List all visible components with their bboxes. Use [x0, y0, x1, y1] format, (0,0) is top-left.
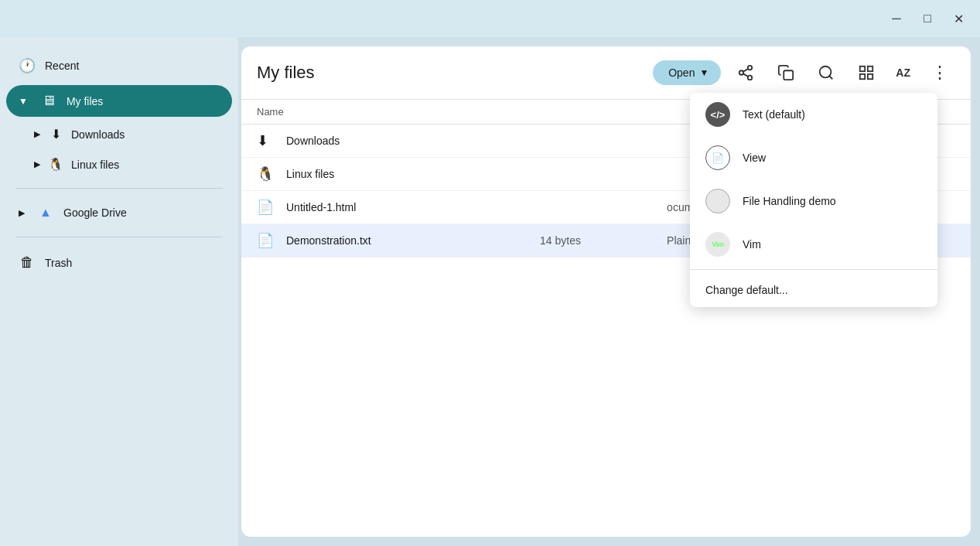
- sidebar-label-downloads: Downloads: [71, 128, 125, 141]
- more-button[interactable]: ⋮: [924, 57, 955, 88]
- header-name: Name: [257, 106, 521, 118]
- grid-button[interactable]: [851, 57, 882, 88]
- svg-line-4: [743, 69, 748, 72]
- sidebar-item-recent[interactable]: 🕐 Recent: [6, 49, 232, 82]
- file-name: Untitled-1.html: [286, 201, 540, 213]
- sort-button[interactable]: AZ: [891, 57, 915, 88]
- svg-rect-9: [868, 67, 872, 71]
- change-default-label: Change default...: [705, 284, 788, 296]
- linuxfiles-icon: 🐧: [48, 157, 63, 172]
- html-file-icon: 📄: [257, 199, 278, 216]
- divider-1: [15, 188, 223, 189]
- sidebar: 🕐 Recent ▼ 🖥 My files ▶ ⬇ Downloads ▶ 🐧 …: [0, 37, 238, 546]
- text-default-icon: </>: [705, 102, 730, 127]
- search-button[interactable]: [811, 57, 842, 88]
- trash-icon: 🗑: [19, 254, 36, 271]
- chevron-right-icon2: ▶: [34, 159, 40, 169]
- minimize-button[interactable]: ─: [884, 6, 909, 31]
- dropdown-item-view[interactable]: 📄 View: [690, 136, 937, 179]
- dropdown-label-text-default: Text (default): [743, 108, 805, 121]
- svg-rect-10: [860, 74, 865, 79]
- app-window: 🕐 Recent ▼ 🖥 My files ▶ ⬇ Downloads ▶ 🐧 …: [0, 37, 980, 546]
- dropdown-item-vim[interactable]: Vim Vim: [690, 223, 937, 266]
- maximize-button[interactable]: □: [915, 6, 940, 31]
- chevron-down-icon: ▼: [19, 96, 28, 107]
- sidebar-sub: ▶ ⬇ Downloads ▶ 🐧 Linux files: [6, 120, 232, 179]
- dropdown-item-file-handling[interactable]: File Handling demo: [690, 179, 937, 223]
- toolbar: My files Open ▼: [241, 46, 971, 100]
- sort-icon: AZ: [896, 67, 910, 79]
- dropdown-label-vim: Vim: [743, 238, 761, 251]
- recent-icon: 🕐: [19, 57, 36, 74]
- dropdown-label-view: View: [743, 152, 766, 164]
- downloads-icon: ⬇: [48, 127, 63, 142]
- googledrive-icon: ▲: [37, 206, 54, 220]
- share-button[interactable]: [730, 57, 761, 88]
- open-button[interactable]: Open ▼: [653, 60, 721, 85]
- svg-line-3: [743, 73, 748, 77]
- divider-2: [15, 237, 223, 237]
- dropdown-item-change-default[interactable]: Change default...: [690, 273, 937, 307]
- dropdown-divider: [690, 269, 937, 270]
- sidebar-item-downloads[interactable]: ▶ ⬇ Downloads: [22, 120, 232, 148]
- svg-line-7: [830, 76, 833, 79]
- file-handling-icon: [705, 189, 730, 213]
- sidebar-label-googledrive: Google Drive: [63, 206, 127, 219]
- downloads-file-icon: ⬇: [257, 132, 278, 149]
- open-button-label: Open: [668, 67, 695, 79]
- myfiles-icon: 🖥: [40, 93, 57, 109]
- sidebar-item-myfiles[interactable]: ▼ 🖥 My files: [6, 85, 232, 117]
- open-dropdown-menu: </> Text (default) 📄 View File Handling …: [690, 93, 937, 307]
- file-name: Downloads: [286, 135, 540, 147]
- view-icon: 📄: [705, 145, 730, 170]
- sidebar-item-linuxfiles[interactable]: ▶ 🐧 Linux files: [22, 150, 232, 179]
- file-name: Demonstration.txt: [286, 234, 540, 247]
- svg-point-6: [820, 67, 831, 78]
- txt-file-icon: 📄: [257, 232, 278, 249]
- svg-rect-5: [784, 70, 794, 80]
- main-panel: My files Open ▼: [241, 46, 971, 537]
- close-button[interactable]: ✕: [946, 6, 971, 31]
- svg-rect-8: [860, 67, 865, 71]
- open-chevron-icon: ▼: [699, 67, 709, 78]
- dropdown-label-file-handling: File Handling demo: [743, 195, 836, 207]
- chevron-right-icon3: ▶: [19, 208, 25, 218]
- svg-point-1: [739, 70, 744, 75]
- copy-button[interactable]: [770, 57, 801, 88]
- svg-point-0: [748, 66, 753, 70]
- linuxfiles-file-icon: 🐧: [257, 166, 278, 183]
- titlebar: ─ □ ✕: [0, 0, 980, 37]
- sidebar-label-linuxfiles: Linux files: [71, 159, 119, 171]
- sidebar-label-myfiles: My files: [67, 95, 103, 107]
- file-name: Linux files: [286, 168, 540, 180]
- chevron-right-icon: ▶: [34, 129, 40, 139]
- svg-point-2: [748, 76, 753, 80]
- sidebar-item-trash[interactable]: 🗑 Trash: [6, 247, 232, 278]
- svg-rect-11: [868, 74, 872, 79]
- more-icon: ⋮: [931, 63, 949, 83]
- vim-icon: Vim: [705, 232, 730, 257]
- dropdown-item-text-default[interactable]: </> Text (default): [690, 93, 937, 136]
- sidebar-label-recent: Recent: [45, 60, 79, 72]
- page-title: My files: [257, 63, 644, 83]
- sidebar-label-trash: Trash: [45, 257, 72, 269]
- sidebar-item-googledrive[interactable]: ▶ ▲ Google Drive: [6, 198, 232, 227]
- file-size: 14 bytes: [540, 234, 667, 247]
